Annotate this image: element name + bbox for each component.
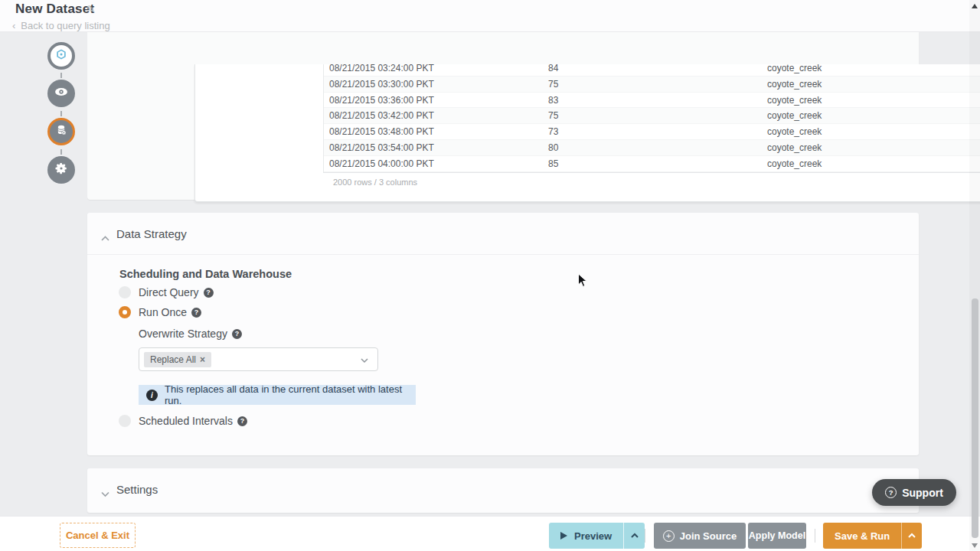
- cell-value: 75: [548, 108, 767, 123]
- apply-model-button[interactable]: Apply Model: [748, 523, 806, 549]
- data-strategy-header[interactable]: Data Strategy: [87, 213, 919, 255]
- data-warehouse-icon: [54, 123, 68, 140]
- cell-station: coyote_creek: [767, 156, 980, 171]
- cell-value: 84: [548, 64, 767, 76]
- radio-unselected[interactable]: [119, 415, 131, 427]
- info-text: This replaces all data in the current da…: [165, 383, 416, 406]
- chevron-down-icon: [360, 353, 369, 367]
- page-scrollbar-thumb[interactable]: [972, 298, 978, 538]
- save-run-label: Save & Run: [835, 530, 890, 542]
- result-table-panel: 08/21/2015 03:24:00 PKT 84 coyote_creek …: [194, 64, 980, 202]
- section-title: Data Strategy: [116, 227, 187, 240]
- table-row[interactable]: 08/21/2015 03:48:00 PKT 73 coyote_creek: [324, 124, 980, 140]
- preview-split-button[interactable]: Preview: [549, 523, 645, 549]
- plus-icon: +: [663, 530, 675, 542]
- chevron-up-icon: [100, 231, 110, 245]
- help-icon[interactable]: ?: [204, 288, 214, 298]
- info-icon: i: [146, 390, 158, 401]
- tag-label: Replace All: [150, 354, 196, 365]
- overwrite-strategy-label: Overwrite Strategy ?: [139, 328, 242, 340]
- help-icon[interactable]: ?: [191, 308, 201, 318]
- scheduled-intervals-option[interactable]: Scheduled Intervals ?: [119, 415, 247, 427]
- save-run-split-button[interactable]: Save & Run: [823, 523, 922, 549]
- cell-time: 08/21/2015 03:30:00 PKT: [324, 77, 548, 92]
- table-row[interactable]: 08/21/2015 03:54:00 PKT 80 coyote_creek: [324, 140, 980, 156]
- radio-unselected[interactable]: [119, 286, 131, 298]
- data-source-icon: [54, 47, 68, 64]
- settings-header[interactable]: Settings: [87, 468, 919, 510]
- support-label: Support: [902, 487, 943, 499]
- cell-station: coyote_creek: [767, 140, 980, 155]
- table-row[interactable]: 08/21/2015 04:00:00 PKT 85 coyote_creek: [324, 156, 980, 172]
- step-connector: [60, 111, 62, 116]
- step-data-strategy-active[interactable]: [47, 118, 75, 145]
- step-data-source[interactable]: [47, 42, 75, 70]
- section-title: Settings: [116, 483, 158, 496]
- cell-time: 08/21/2015 03:24:00 PKT: [324, 64, 548, 76]
- chevron-down-icon: [100, 487, 110, 500]
- overwrite-strategy-select[interactable]: Replace All ×: [139, 347, 378, 371]
- settings-gear-icon: [54, 161, 68, 178]
- scrollbar-up-arrow[interactable]: [972, 4, 978, 8]
- direct-query-option[interactable]: Direct Query ?: [119, 286, 214, 298]
- preview-eye-icon: [54, 84, 69, 103]
- cancel-exit-button[interactable]: Cancel & Exit: [60, 523, 136, 548]
- row-count-label: 2000 rows / 3 columns: [333, 178, 417, 187]
- preview-options-toggle[interactable]: [623, 523, 645, 549]
- cell-station: coyote_creek: [767, 77, 980, 92]
- run-once-option[interactable]: Run Once ?: [119, 306, 201, 318]
- scrollbar-down-arrow[interactable]: [972, 543, 978, 548]
- page-title: New Dataset: [15, 2, 94, 17]
- replace-info-banner: i This replaces all data in the current …: [139, 385, 416, 405]
- play-icon: [560, 532, 567, 540]
- overwrite-strategy-text: Overwrite Strategy: [139, 328, 227, 340]
- radio-selected[interactable]: [119, 306, 131, 318]
- edit-title-icon[interactable]: ✎: [87, 3, 96, 15]
- cell-station: coyote_creek: [767, 64, 980, 76]
- top-bar: New Dataset ✎ ‹ Back to query listing: [0, 0, 980, 32]
- scheduled-intervals-label: Scheduled Intervals: [139, 415, 233, 427]
- query-result-section: 08/21/2015 03:24:00 PKT 84 coyote_creek …: [87, 32, 919, 200]
- divider: [645, 529, 645, 543]
- save-run-button[interactable]: Save & Run: [823, 523, 901, 549]
- step-connector: [60, 149, 62, 155]
- replace-all-tag: Replace All ×: [144, 352, 211, 367]
- table-row[interactable]: 08/21/2015 03:24:00 PKT 84 coyote_creek: [324, 64, 980, 77]
- step-preview[interactable]: [47, 80, 75, 107]
- save-options-toggle[interactable]: [901, 523, 922, 549]
- back-to-query-listing-link[interactable]: ‹ Back to query listing: [12, 20, 110, 31]
- cell-station: coyote_creek: [767, 124, 980, 139]
- step-settings[interactable]: [47, 156, 75, 184]
- cell-time: 08/21/2015 03:48:00 PKT: [324, 124, 548, 139]
- help-icon[interactable]: ?: [237, 416, 247, 426]
- table-footer-divider: [323, 172, 980, 173]
- back-link-label: Back to query listing: [21, 20, 109, 31]
- divider: [815, 529, 815, 543]
- question-icon: ?: [885, 487, 897, 498]
- remove-tag-icon[interactable]: ×: [200, 354, 205, 365]
- join-source-button[interactable]: + Join Source: [654, 523, 746, 549]
- back-chevron-icon: ‹: [12, 20, 15, 31]
- table-row[interactable]: 08/21/2015 03:42:00 PKT 75 coyote_creek: [324, 108, 980, 124]
- data-strategy-card: Data Strategy Scheduling and Data Wareho…: [87, 213, 919, 455]
- action-bar: Cancel & Exit Preview + Join Source Appl…: [0, 516, 980, 551]
- table-row[interactable]: 08/21/2015 03:36:00 PKT 83 coyote_creek: [324, 93, 980, 109]
- help-icon[interactable]: ?: [232, 329, 242, 339]
- result-rows: 08/21/2015 03:24:00 PKT 84 coyote_creek …: [324, 64, 980, 172]
- cell-time: 08/21/2015 03:54:00 PKT: [324, 140, 548, 155]
- step-connector: [60, 73, 62, 78]
- new-dataset-page: New Dataset ✎ ‹ Back to query listing: [0, 0, 980, 551]
- cell-station: coyote_creek: [767, 108, 980, 123]
- support-button[interactable]: ? Support: [872, 479, 956, 506]
- cell-value: 80: [548, 140, 767, 155]
- cell-station: coyote_creek: [767, 93, 980, 108]
- scheduling-heading: Scheduling and Data Warehouse: [119, 268, 292, 280]
- cell-value: 85: [548, 156, 767, 171]
- settings-card: Settings: [87, 468, 919, 513]
- cell-time: 08/21/2015 03:36:00 PKT: [324, 93, 548, 108]
- run-once-label: Run Once: [139, 306, 187, 318]
- preview-button[interactable]: Preview: [549, 523, 623, 549]
- cell-time: 08/21/2015 03:42:00 PKT: [324, 108, 548, 123]
- table-row[interactable]: 08/21/2015 03:30:00 PKT 75 coyote_creek: [324, 77, 980, 93]
- cell-value: 83: [548, 93, 767, 108]
